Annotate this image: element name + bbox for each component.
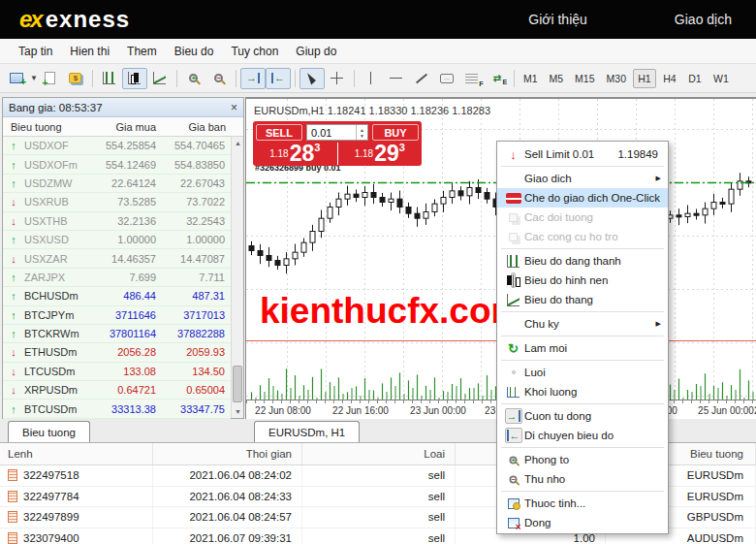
cursor-tool-button[interactable] xyxy=(299,68,325,89)
new-order-button[interactable] xyxy=(38,68,63,89)
timeframe-m5[interactable]: M5 xyxy=(545,69,569,88)
market-watch-row-usxzar[interactable]: ↓USXZAR14.4635714.47087 xyxy=(3,249,231,268)
toggled-icon-frame: → xyxy=(505,408,522,424)
menu-item-dong[interactable]: Dong xyxy=(497,513,668,532)
menu-item-thu-nho[interactable]: −Thu nho xyxy=(497,469,668,489)
menu-item-bieu-do-dang-thanh[interactable]: Bieu do dang thanh xyxy=(497,251,668,271)
market-watch-row-usxusd[interactable]: ↑USXUSD1.000001.00000 xyxy=(3,231,231,249)
auto-scroll-button[interactable]: → xyxy=(240,68,266,89)
zoom-in-button[interactable]: + xyxy=(181,68,206,89)
menu-icon-slot: ↓ xyxy=(502,147,524,162)
menu-item-bieu-do-thang[interactable]: Bieu do thang xyxy=(497,290,668,309)
menu-item-lam-moi[interactable]: ↻Lam moi xyxy=(497,338,668,358)
toolbar-separator xyxy=(514,70,515,87)
indicators-button[interactable]: ⇄ xyxy=(485,68,510,89)
vertical-line-tool-button[interactable] xyxy=(359,68,384,89)
tab-market-watch[interactable]: Bieu tuong xyxy=(8,421,90,442)
lot-size-field[interactable]: 0.01 ▲ ▼ xyxy=(306,124,368,141)
market-watch-row-bchusdm[interactable]: ↑BCHUSDm486.44487.31 xyxy=(3,287,231,305)
tab-chart-eurusdm-h1[interactable]: EURUSDm, H1 xyxy=(254,421,360,442)
column-header-time[interactable]: Thoi gian xyxy=(153,443,302,464)
bar-chart-mode-button[interactable] xyxy=(97,68,122,89)
menubar-item-tap-tin[interactable]: Tap tin xyxy=(10,39,61,63)
menu-item-cuon-tu-dong[interactable]: →Cuon tu dong xyxy=(497,406,668,426)
scrollbar-thumb[interactable] xyxy=(233,366,242,402)
market-watch-row-usxthb[interactable]: ↓USXTHB32.213632.2543 xyxy=(3,212,231,231)
menu-item-khoi-luong[interactable]: Khoi luong xyxy=(497,382,668,401)
market-watch-row-xrpusdm[interactable]: ↓XRPUSDm0.647210.65004 xyxy=(3,381,231,400)
scrollbar-down-icon[interactable]: ▼ xyxy=(232,405,244,418)
sell-price[interactable]: 1.18 28 3 xyxy=(253,142,337,166)
timeframe-h1[interactable]: H1 xyxy=(633,69,656,88)
market-watch-header[interactable]: Bang gia: 08:53:37 × xyxy=(3,98,243,117)
menu-item-che-do-giao-dich-one-click[interactable]: Che do giao dich One-Click xyxy=(497,188,668,208)
topbar-link-giới-thiệu[interactable]: Giới thiệu xyxy=(528,12,587,27)
lot-size-value[interactable]: 0.01 xyxy=(307,127,356,139)
zoom-out-button[interactable]: − xyxy=(206,68,232,89)
market-watch-row-btcjpym[interactable]: ↑BTCJPYm37116463717013 xyxy=(3,306,231,325)
menu-separator xyxy=(501,248,664,249)
candle-chart-mode-button[interactable] xyxy=(122,68,147,89)
menu-item-bieu-do-hinh-nen[interactable]: Bieu do hinh nen xyxy=(497,271,668,290)
fibonacci-tool-button[interactable] xyxy=(459,68,485,89)
stepper-down-icon[interactable]: ▼ xyxy=(360,133,364,139)
menubar-item-bieu-do[interactable]: Bieu do xyxy=(166,39,223,63)
text-label-tool-button[interactable]: ... xyxy=(434,68,459,89)
market-watch-row-usdzmw[interactable]: ↑USDZMW22.6412422.67043 xyxy=(3,175,231,193)
buy-price[interactable]: 1.18 29 3 xyxy=(338,142,423,166)
topbar-link-giao-dịch[interactable]: Giao dịch xyxy=(675,12,732,27)
menu-item-chu-ky[interactable]: Chu ky▶ xyxy=(497,314,668,334)
chart-shift-button[interactable]: ← xyxy=(266,68,291,89)
menubar-item-tuy-chon[interactable]: Tuy chon xyxy=(222,39,287,63)
market-watch-row-ethusdm[interactable]: ↓ETHUSDm2056.282059.93 xyxy=(3,343,231,362)
close-icon[interactable]: × xyxy=(231,103,237,112)
crosshair-tool-button[interactable] xyxy=(325,68,350,89)
menu-item-phong-to[interactable]: +Phong to xyxy=(497,450,668,469)
new-chart-button[interactable] xyxy=(4,68,29,89)
column-header-bid[interactable]: Gia mua xyxy=(92,121,156,133)
menubar-item-giup-do[interactable]: Giup do xyxy=(287,39,345,63)
text-label-icon: ... xyxy=(440,74,454,83)
symbol-name: LTCUSDm xyxy=(24,366,92,377)
market-watch-scrollbar[interactable]: ▲ ▼ xyxy=(231,137,243,418)
market-watch-row-usdxofm[interactable]: ↑USDXOFm554.12469554.83850 xyxy=(3,155,231,174)
bid-price: 554.12469 xyxy=(92,159,156,171)
sell-button[interactable]: SELL xyxy=(256,124,302,141)
menu-icon-slot xyxy=(502,255,524,268)
exness-logo[interactable]: ex exness xyxy=(19,6,130,33)
timeframe-m30[interactable]: M30 xyxy=(602,69,631,88)
menu-item-thuoc-tinh[interactable]: Thuoc tinh... xyxy=(497,494,668,513)
timeframe-d1[interactable]: D1 xyxy=(683,69,707,88)
menu-item-label: Cac doi tuong xyxy=(524,211,593,223)
timeframe-h4[interactable]: H4 xyxy=(658,69,681,88)
scrollbar-up-icon[interactable]: ▲ xyxy=(232,137,244,149)
menu-icon-slot: ↻ xyxy=(502,341,524,356)
timeframe-w1[interactable]: W1 xyxy=(709,69,734,88)
trendline-tool-button[interactable] xyxy=(409,68,434,89)
menubar-item-hien-thi[interactable]: Hien thi xyxy=(61,39,118,63)
menu-item-giao-dich[interactable]: Giao dich▶ xyxy=(497,169,668,188)
column-header-symbol[interactable]: Bieu tuong xyxy=(3,121,92,133)
column-header-ask[interactable]: Gia ban xyxy=(156,121,230,133)
timeframe-m1[interactable]: M1 xyxy=(519,69,543,88)
column-header-type[interactable]: Loai xyxy=(302,443,456,464)
deposit-button[interactable]: $ xyxy=(63,68,88,89)
menu-item-di-chuyen-bieu-do[interactable]: ←Di chuyen bieu do xyxy=(497,426,668,445)
market-watch-row-zarjpx[interactable]: ↑ZARJPX7.6997.711 xyxy=(3,269,231,287)
column-header-order[interactable]: Lenh xyxy=(0,443,153,464)
line-chart-mode-button[interactable] xyxy=(147,68,173,89)
timeframe-m15[interactable]: M15 xyxy=(570,69,599,88)
menu-item-luoi[interactable]: Luoi xyxy=(497,363,668,382)
market-watch-row-usxrub[interactable]: ↓USXRUB73.528573.7022 xyxy=(3,193,231,211)
market-watch-row-usdxof[interactable]: ↑USDXOF554.25854554.70465 xyxy=(3,137,231,155)
menubar-item-them[interactable]: Them xyxy=(118,39,166,63)
market-watch-row-btcusdm[interactable]: ↑BTCUSDm33313.3833347.75 xyxy=(3,400,231,418)
market-watch-row-btckrwm[interactable]: ↑BTCKRWm3780116437882288 xyxy=(3,325,231,343)
menu-item-sell-limit-0-01[interactable]: ↓Sell Limit 0.011.19849 xyxy=(497,144,668,164)
horizontal-line-tool-button[interactable] xyxy=(384,68,409,89)
arrow-up-icon: ↑ xyxy=(3,140,24,151)
chevron-down-icon[interactable]: ▼ xyxy=(30,74,38,82)
buy-button[interactable]: BUY xyxy=(372,124,419,141)
ask-price: 1.00000 xyxy=(156,234,231,245)
market-watch-row-ltcusdm[interactable]: ↓LTCUSDm133.08134.50 xyxy=(3,363,231,381)
